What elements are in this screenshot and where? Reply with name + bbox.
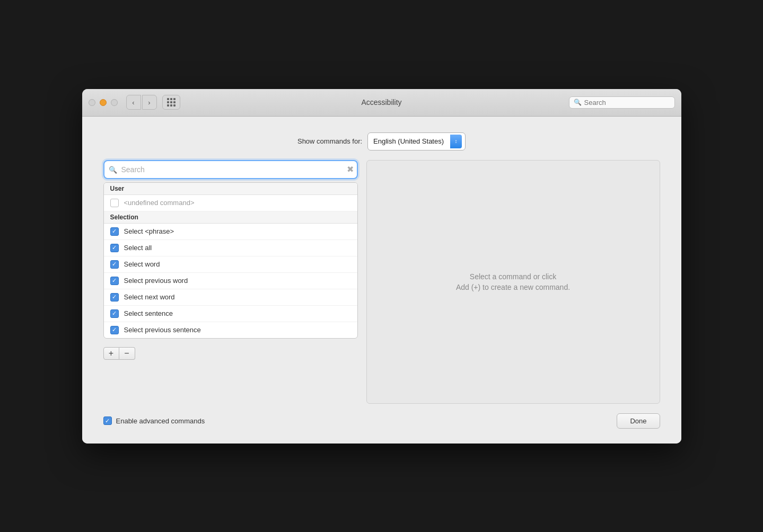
language-value: English (United States) [373, 137, 444, 145]
language-select[interactable]: English (United States) ↕ [367, 132, 466, 150]
command-list: User <undefined command> Selection ✓ Sel… [103, 182, 358, 339]
checkbox-select-all[interactable]: ✓ [110, 244, 119, 252]
titlebar-search-input[interactable] [584, 99, 670, 107]
command-label: Select previous sentence [124, 326, 201, 334]
titlebar: ‹ › Accessibility 🔍 [82, 89, 681, 117]
command-label: Select word [124, 260, 160, 268]
done-button[interactable]: Done [617, 413, 660, 429]
grid-icon [167, 98, 176, 107]
command-label: Select previous word [124, 277, 188, 285]
maximize-button[interactable] [111, 99, 118, 106]
remove-command-button[interactable]: − [119, 347, 135, 360]
command-label: <undefined command> [124, 199, 195, 207]
checkbox-select-sentence[interactable]: ✓ [110, 309, 119, 318]
back-button[interactable]: ‹ [126, 95, 141, 110]
left-panel: 🔍 ✖ User <undefined command> Selection [103, 160, 358, 404]
list-item[interactable]: <undefined command> [104, 195, 357, 211]
footer-row: ✓ Enable advanced commands Done [103, 413, 660, 429]
close-button[interactable] [89, 99, 95, 106]
checkbox-select-next-word[interactable]: ✓ [110, 293, 119, 302]
bottom-controls: + − [103, 347, 358, 360]
search-icon: 🔍 [574, 99, 582, 106]
enable-advanced-label: Enable advanced commands [116, 417, 205, 425]
show-commands-label: Show commands for: [297, 137, 362, 145]
enable-advanced-checkbox[interactable]: ✓ [103, 416, 112, 425]
window-title: Accessibility [361, 98, 401, 107]
add-command-button[interactable]: + [103, 347, 119, 360]
traffic-lights [89, 99, 118, 106]
command-label: Select sentence [124, 309, 173, 317]
select-arrow-icon: ↕ [450, 135, 462, 148]
nav-buttons: ‹ › [126, 95, 157, 110]
search-icon-left: 🔍 [109, 165, 117, 173]
command-label: Select <phrase> [124, 227, 174, 235]
minimize-button[interactable] [100, 99, 107, 106]
list-item[interactable]: ✓ Select <phrase> [104, 224, 357, 240]
section-header-selection: Selection [104, 211, 357, 224]
right-panel-line2: Add (+) to create a new command. [456, 283, 570, 291]
enable-advanced-container: ✓ Enable advanced commands [103, 416, 205, 425]
checkbox-undefined[interactable] [110, 199, 119, 207]
list-item[interactable]: ✓ Select all [104, 240, 357, 256]
checkbox-select-phrase[interactable]: ✓ [110, 227, 119, 236]
titlebar-search[interactable]: 🔍 [569, 96, 675, 109]
list-item[interactable]: ✓ Select next word [104, 289, 357, 306]
checkbox-select-previous-word[interactable]: ✓ [110, 277, 119, 285]
command-label: Select next word [124, 293, 175, 301]
search-clear-button[interactable]: ✖ [347, 165, 354, 174]
list-item[interactable]: ✓ Select word [104, 256, 357, 273]
main-window: ‹ › Accessibility 🔍 Show commands for: E… [82, 89, 681, 444]
grid-view-button[interactable] [162, 95, 180, 110]
right-panel: Select a command or click Add (+) to cre… [366, 160, 660, 404]
right-panel-line1: Select a command or click [470, 272, 556, 281]
command-search-input[interactable] [103, 160, 358, 179]
list-item[interactable]: ✓ Select sentence [104, 306, 357, 322]
add-remove-buttons: + − [103, 347, 135, 360]
section-header-user: User [104, 183, 357, 195]
checkbox-select-previous-sentence[interactable]: ✓ [110, 326, 119, 334]
search-container: 🔍 ✖ [103, 160, 358, 179]
checkbox-select-word[interactable]: ✓ [110, 260, 119, 269]
list-item[interactable]: ✓ Select previous word [104, 273, 357, 289]
command-label: Select all [124, 244, 152, 252]
main-content: 🔍 ✖ User <undefined command> Selection [103, 160, 660, 404]
forward-button[interactable]: › [142, 95, 157, 110]
list-item[interactable]: ✓ Select previous sentence [104, 322, 357, 338]
show-commands-row: Show commands for: English (United State… [103, 132, 660, 150]
content-area: Show commands for: English (United State… [82, 117, 681, 444]
